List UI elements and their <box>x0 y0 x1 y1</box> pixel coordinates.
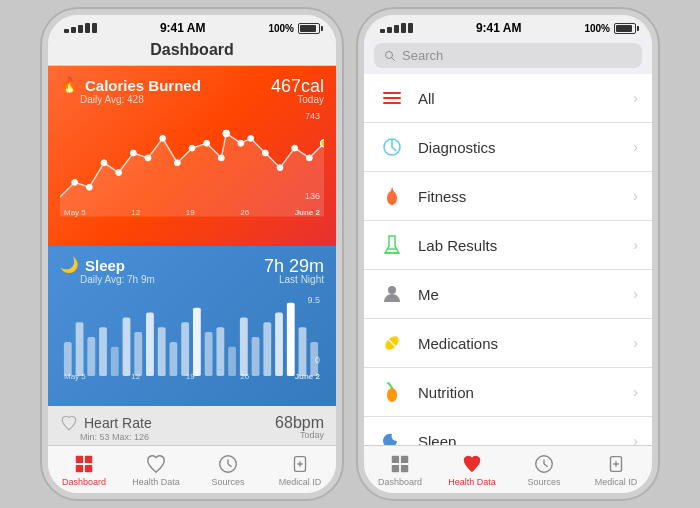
svg-point-17 <box>306 155 312 161</box>
svg-point-57 <box>388 286 396 294</box>
tab-healthdata-label-left: Health Data <box>132 477 180 487</box>
lab-results-icon <box>378 231 406 259</box>
list-item-diagnostics[interactable]: Diagnostics › <box>364 123 652 172</box>
svg-rect-61 <box>392 455 399 462</box>
right-phone: 9:41 AM 100% Search <box>358 9 658 499</box>
svg-line-67 <box>544 464 548 467</box>
search-icon <box>384 50 396 62</box>
tab-dashboard-label-right: Dashboard <box>378 477 422 487</box>
status-bar-right: 9:41 AM 100% <box>364 15 652 37</box>
tab-dashboard-right[interactable]: Dashboard <box>364 446 436 493</box>
list-item-all[interactable]: All › <box>364 74 652 123</box>
heartrate-date: Today <box>300 430 324 440</box>
svg-point-12 <box>238 140 244 146</box>
svg-point-5 <box>145 155 151 161</box>
sleep-chevron: › <box>633 433 638 445</box>
signal-right <box>380 23 413 33</box>
calories-chart-dates: May 5 12 19 26 June 2 <box>60 208 324 217</box>
svg-rect-26 <box>146 313 154 377</box>
status-right-right: 100% <box>584 23 636 34</box>
dashboard-title: Dashboard <box>48 37 336 66</box>
sleep-high: 9.5 <box>307 295 320 305</box>
tab-healthdata-left[interactable]: Health Data <box>120 446 192 493</box>
list-item-medications[interactable]: Medications › <box>364 319 652 368</box>
svg-point-0 <box>72 179 78 185</box>
svg-point-18 <box>321 140 324 147</box>
tab-medicalid-right[interactable]: Medical ID <box>580 446 652 493</box>
sleep-card[interactable]: 🌙 Sleep Daily Avg: 7h 9m 7h 29m Last Nig… <box>48 246 336 406</box>
svg-point-3 <box>116 170 122 176</box>
diagnostics-icon <box>378 133 406 161</box>
svg-line-47 <box>228 464 232 467</box>
svg-rect-36 <box>263 322 271 376</box>
svg-rect-43 <box>76 464 83 471</box>
sources-tab-icon-right <box>533 453 555 475</box>
sleep-chart-dates: May 5 12 19 26 June 2 <box>60 372 324 381</box>
svg-point-6 <box>160 135 166 141</box>
signal-left <box>64 23 97 33</box>
svg-rect-35 <box>252 337 260 376</box>
svg-point-1 <box>86 184 92 190</box>
heartrate-card[interactable]: Heart Rate Min: 53 Max: 126 68bpm Today <box>48 406 336 445</box>
time-left: 9:41 AM <box>160 21 206 35</box>
svg-rect-37 <box>275 313 283 377</box>
medicalid-tab-icon-right <box>605 453 627 475</box>
medications-icon <box>378 329 406 357</box>
list-item-nutrition[interactable]: Nutrition › <box>364 368 652 417</box>
medications-chevron: › <box>633 335 638 351</box>
healthdata-tab-icon-right <box>461 453 483 475</box>
sleep-date: Last Night <box>279 274 324 285</box>
list-item-sleep[interactable]: Sleep › <box>364 417 652 445</box>
health-data-list: All › Diagnostics › <box>364 74 652 445</box>
tab-sources-right[interactable]: Sources <box>508 446 580 493</box>
heartrate-subtitle: Min: 53 Max: 126 <box>80 432 324 442</box>
list-item-diagnostics-label: Diagnostics <box>418 139 633 156</box>
search-bar[interactable]: Search <box>374 43 642 68</box>
svg-rect-30 <box>193 308 201 376</box>
lab-results-chevron: › <box>633 237 638 253</box>
sleep-icon <box>378 427 406 445</box>
left-phone: 9:41 AM 100% Dashboard 🔥 Calories Burned… <box>42 9 342 499</box>
list-item-me[interactable]: Me › <box>364 270 652 319</box>
svg-point-4 <box>130 150 136 156</box>
nutrition-icon <box>378 378 406 406</box>
svg-point-2 <box>101 160 107 166</box>
svg-point-9 <box>204 140 210 146</box>
svg-rect-25 <box>134 332 142 376</box>
medicalid-tab-icon-left <box>289 453 311 475</box>
battery-percent-left: 100% <box>268 23 294 34</box>
healthdata-tab-icon-left <box>145 453 167 475</box>
tab-sources-left[interactable]: Sources <box>192 446 264 493</box>
list-item-nutrition-label: Nutrition <box>418 384 633 401</box>
svg-point-15 <box>277 165 283 171</box>
svg-point-60 <box>387 388 397 402</box>
calories-low: 136 <box>305 191 320 201</box>
list-item-fitness[interactable]: Fitness › <box>364 172 652 221</box>
calories-card[interactable]: 🔥 Calories Burned Daily Avg: 428 467cal … <box>48 66 336 246</box>
svg-rect-32 <box>216 327 224 376</box>
svg-rect-34 <box>240 317 248 376</box>
fitness-chevron: › <box>633 188 638 204</box>
tab-dashboard-left[interactable]: Dashboard <box>48 446 120 493</box>
svg-rect-64 <box>401 464 408 471</box>
svg-point-8 <box>189 145 195 151</box>
svg-rect-19 <box>64 342 72 376</box>
battery-icon-left <box>298 23 320 34</box>
dashboard-content: 🔥 Calories Burned Daily Avg: 428 467cal … <box>48 66 336 445</box>
tab-medicalid-label-right: Medical ID <box>595 477 638 487</box>
search-container: Search <box>364 37 652 74</box>
svg-rect-31 <box>205 332 213 376</box>
tab-healthdata-right[interactable]: Health Data <box>436 446 508 493</box>
list-item-all-label: All <box>418 90 633 107</box>
me-chevron: › <box>633 286 638 302</box>
list-item-lab-results[interactable]: Lab Results › <box>364 221 652 270</box>
time-right: 9:41 AM <box>476 21 522 35</box>
svg-rect-24 <box>123 317 131 376</box>
svg-rect-63 <box>392 464 399 471</box>
tab-medicalid-left[interactable]: Medical ID <box>264 446 336 493</box>
battery-icon-right <box>614 23 636 34</box>
status-bar-left: 9:41 AM 100% <box>48 15 336 37</box>
svg-rect-20 <box>76 322 84 376</box>
tab-dashboard-label-left: Dashboard <box>62 477 106 487</box>
nutrition-chevron: › <box>633 384 638 400</box>
